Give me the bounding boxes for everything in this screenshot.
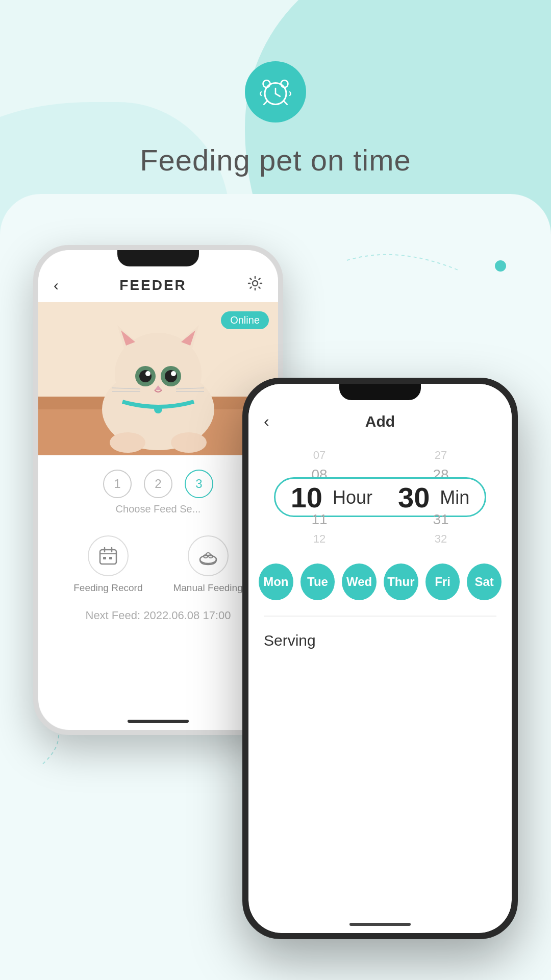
svg-line-6 bbox=[284, 101, 287, 105]
alarm-clock-icon bbox=[258, 74, 293, 110]
hour-selected: 10 bbox=[291, 481, 322, 514]
svg-point-3 bbox=[263, 80, 270, 87]
phone2-home-bar bbox=[349, 923, 411, 926]
bowl-icon bbox=[197, 545, 219, 567]
main-content: Feeding pet on time ‹ FEEDER bbox=[0, 0, 551, 980]
manual-feeding-item[interactable]: Manual Feeding bbox=[173, 535, 242, 594]
alarm-icon-circle bbox=[245, 61, 306, 122]
serving-label: Serving bbox=[264, 632, 316, 649]
svg-point-7 bbox=[253, 281, 258, 286]
svg-point-30 bbox=[171, 432, 207, 453]
svg-rect-35 bbox=[103, 557, 106, 559]
step-1[interactable]: 1 bbox=[103, 470, 132, 498]
svg-point-28 bbox=[154, 405, 162, 413]
manual-feeding-label: Manual Feeding bbox=[173, 582, 242, 594]
phone1-home-bar bbox=[128, 720, 189, 723]
day-mon[interactable]: Mon bbox=[259, 564, 293, 600]
settings-button[interactable] bbox=[247, 276, 263, 295]
day-wed[interactable]: Wed bbox=[342, 564, 377, 600]
hero-title: Feeding pet on time bbox=[0, 143, 551, 177]
app-title: FEEDER bbox=[119, 277, 187, 293]
phones-container: ‹ FEEDER Online bbox=[33, 245, 518, 949]
add-back-button[interactable]: ‹ bbox=[264, 412, 269, 431]
feeding-record-icon-circle bbox=[88, 535, 129, 576]
phone2: ‹ Add 07 08 27 28 bbox=[242, 378, 518, 939]
min-below2: 32 bbox=[386, 530, 495, 548]
svg-point-21 bbox=[145, 371, 151, 376]
svg-line-2 bbox=[276, 94, 280, 96]
hero-section: Feeding pet on time bbox=[0, 0, 551, 177]
calendar-icon bbox=[98, 546, 118, 566]
hour-above2: 07 bbox=[265, 446, 374, 464]
day-fri[interactable]: Fri bbox=[425, 564, 460, 600]
step-3[interactable]: 3 bbox=[185, 470, 213, 498]
svg-point-37 bbox=[200, 555, 216, 564]
picker-below-row: 11 12 31 32 bbox=[259, 509, 502, 548]
day-sat[interactable]: Sat bbox=[467, 564, 502, 600]
svg-line-5 bbox=[264, 101, 267, 105]
divider bbox=[264, 616, 496, 617]
day-thur[interactable]: Thur bbox=[384, 564, 418, 600]
min-unit: Min bbox=[440, 486, 469, 508]
feeding-record-label: Feeding Record bbox=[73, 582, 142, 594]
day-tue[interactable]: Tue bbox=[300, 564, 335, 600]
phone2-inner: ‹ Add 07 08 27 28 bbox=[248, 384, 512, 933]
svg-rect-36 bbox=[109, 557, 112, 559]
svg-point-40 bbox=[206, 553, 210, 556]
hour-below2: 12 bbox=[265, 530, 374, 548]
manual-feeding-icon-circle bbox=[188, 535, 229, 576]
step-2[interactable]: 2 bbox=[144, 470, 172, 498]
serving-section: Serving bbox=[248, 622, 512, 659]
phone2-notch bbox=[339, 384, 421, 400]
svg-point-22 bbox=[171, 371, 176, 376]
svg-point-29 bbox=[110, 432, 145, 453]
online-badge: Online bbox=[221, 311, 269, 329]
min-selected: 30 bbox=[398, 481, 430, 514]
phone1-notch bbox=[117, 250, 199, 266]
svg-rect-31 bbox=[100, 550, 116, 564]
day-selector: Mon Tue Wed Thur Fri Sat bbox=[248, 553, 512, 610]
time-picker-area: 07 08 27 28 10 Hour 30 bbox=[259, 441, 502, 553]
feeding-record-item[interactable]: Feeding Record bbox=[73, 535, 142, 594]
hour-unit: Hour bbox=[333, 486, 372, 508]
min-above2: 27 bbox=[386, 446, 495, 464]
back-button[interactable]: ‹ bbox=[54, 277, 59, 294]
time-display-row: 10 Hour 30 Min bbox=[259, 481, 502, 514]
svg-point-4 bbox=[281, 80, 288, 87]
add-title: Add bbox=[365, 413, 395, 430]
